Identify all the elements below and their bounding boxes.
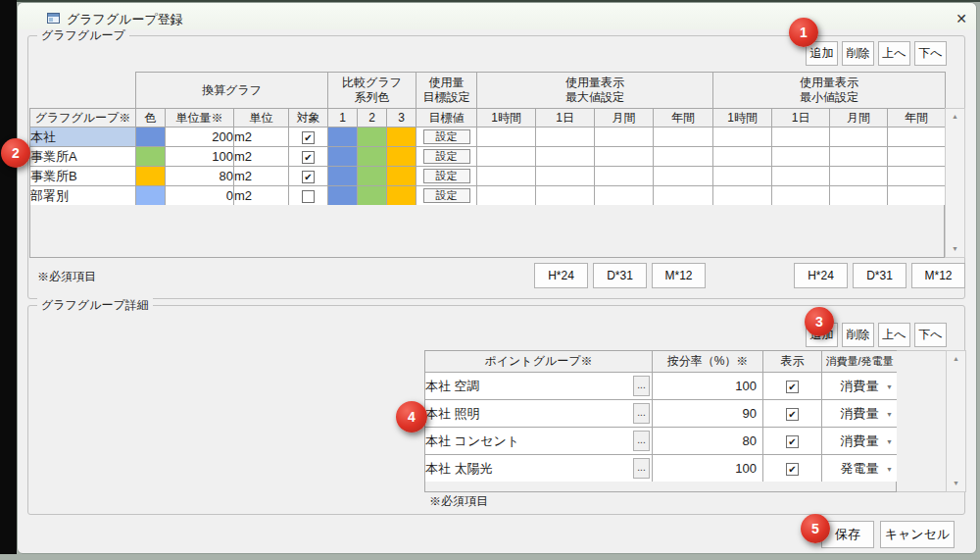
point-group-row[interactable]: 本社 空調...100✔消費量▼: [425, 373, 898, 400]
min-day-cell[interactable]: [772, 167, 830, 186]
series-color-3-cell[interactable]: [387, 147, 416, 167]
max-hour-cell[interactable]: [477, 167, 536, 186]
unit-cell[interactable]: m2: [234, 167, 289, 186]
target-checkbox[interactable]: ✔: [302, 131, 315, 144]
series-color-2-cell[interactable]: [358, 186, 387, 206]
max-year-cell[interactable]: [654, 186, 713, 206]
point-group-cell[interactable]: 本社 空調...: [425, 373, 653, 400]
min-year-cell[interactable]: [888, 127, 946, 147]
min-day-cell[interactable]: [772, 186, 830, 206]
min-d31-button[interactable]: D*31: [853, 263, 906, 288]
graph-group-name-cell[interactable]: 本社: [30, 127, 136, 147]
graph-color-cell[interactable]: [136, 127, 166, 147]
ratio-cell[interactable]: 80: [653, 428, 763, 455]
min-day-cell[interactable]: [772, 127, 830, 147]
graph-group-name-cell[interactable]: 部署別: [30, 186, 136, 206]
unit-amount-cell[interactable]: 80: [166, 167, 234, 186]
min-hour-cell[interactable]: [713, 147, 772, 167]
point-group-cell[interactable]: 本社 コンセント...: [425, 428, 653, 455]
unit-amount-cell[interactable]: 0: [166, 186, 234, 206]
unit-cell[interactable]: m2: [234, 147, 289, 167]
scroll-down-icon[interactable]: ▼: [946, 244, 964, 254]
series-color-1-cell[interactable]: [328, 127, 358, 147]
unit-cell[interactable]: m2: [234, 186, 289, 206]
min-hour-cell[interactable]: [713, 167, 772, 186]
min-month-cell[interactable]: [830, 186, 888, 206]
scroll-up-icon[interactable]: ▲: [946, 112, 964, 122]
target-checkbox-cell[interactable]: ✔: [289, 127, 328, 147]
max-hour-cell[interactable]: [477, 147, 536, 167]
display-checkbox-cell[interactable]: ✔: [763, 428, 822, 455]
point-group-cell[interactable]: 本社 照明...: [425, 400, 653, 428]
scroll-up-icon[interactable]: ▲: [947, 354, 965, 364]
graph-group-row[interactable]: 本社200m2✔設定: [30, 127, 946, 147]
max-d31-button[interactable]: D*31: [593, 263, 647, 288]
point-group-row[interactable]: 本社 コンセント...80✔消費量▼: [425, 428, 898, 455]
target-checkbox-cell[interactable]: [289, 186, 328, 206]
point-group-cell[interactable]: 本社 太陽光...: [425, 455, 653, 483]
group1-move-up-button[interactable]: 上へ: [878, 41, 910, 66]
display-checkbox-cell[interactable]: ✔: [763, 373, 822, 400]
graph-group-row[interactable]: 部署別0m2設定: [30, 186, 946, 206]
scroll-down-icon[interactable]: ▼: [947, 479, 965, 488]
energy-type-select[interactable]: 消費量▼: [822, 373, 898, 400]
min-month-cell[interactable]: [830, 167, 888, 186]
series-color-3-cell[interactable]: [387, 127, 416, 147]
graph-group-row[interactable]: 事業所B80m2✔設定: [30, 167, 946, 186]
series-color-1-cell[interactable]: [328, 186, 358, 206]
max-h24-button[interactable]: H*24: [534, 263, 588, 288]
max-m12-button[interactable]: M*12: [652, 263, 706, 288]
min-year-cell[interactable]: [888, 167, 946, 186]
series-color-2-cell[interactable]: [358, 167, 387, 186]
title-bar[interactable]: グラフグループ登録 ✕: [18, 3, 976, 29]
group1-move-down-button[interactable]: 下へ: [914, 41, 947, 66]
max-year-cell[interactable]: [654, 167, 713, 186]
set-target-button[interactable]: 設定: [423, 129, 470, 144]
group2-delete-button[interactable]: 削除: [842, 323, 874, 347]
graph-group-name-cell[interactable]: 事業所B: [30, 167, 136, 186]
display-checkbox[interactable]: ✔: [786, 381, 799, 393]
graph-group-name-cell[interactable]: 事業所A: [30, 147, 136, 167]
max-year-cell[interactable]: [654, 147, 713, 167]
browse-button[interactable]: ...: [633, 458, 650, 479]
display-checkbox-cell[interactable]: ✔: [763, 455, 822, 483]
max-day-cell[interactable]: [536, 147, 595, 167]
min-day-cell[interactable]: [772, 147, 830, 167]
unit-amount-cell[interactable]: 100: [166, 147, 234, 167]
display-checkbox[interactable]: ✔: [786, 463, 799, 476]
max-day-cell[interactable]: [536, 127, 595, 147]
set-target-button[interactable]: 設定: [423, 188, 470, 203]
max-hour-cell[interactable]: [477, 186, 536, 206]
target-checkbox[interactable]: ✔: [302, 151, 315, 164]
min-month-cell[interactable]: [830, 127, 888, 147]
target-checkbox-cell[interactable]: ✔: [289, 167, 328, 186]
min-h24-button[interactable]: H*24: [794, 263, 848, 288]
target-checkbox[interactable]: ✔: [302, 171, 315, 183]
series-color-3-cell[interactable]: [387, 186, 416, 206]
graph-group-table-scrollbar[interactable]: ▲ ▼: [945, 108, 965, 258]
min-year-cell[interactable]: [888, 147, 946, 167]
max-day-cell[interactable]: [536, 186, 595, 206]
max-year-cell[interactable]: [654, 127, 713, 147]
graph-color-cell[interactable]: [136, 186, 166, 206]
energy-type-select[interactable]: 発電量▼: [822, 455, 898, 483]
set-target-button[interactable]: 設定: [423, 169, 470, 183]
ratio-cell[interactable]: 90: [653, 400, 763, 428]
ratio-cell[interactable]: 100: [653, 455, 763, 483]
max-month-cell[interactable]: [595, 167, 654, 186]
max-hour-cell[interactable]: [477, 127, 536, 147]
energy-type-select[interactable]: 消費量▼: [822, 428, 898, 455]
point-group-table-scrollbar[interactable]: ▲ ▼: [946, 350, 966, 492]
max-day-cell[interactable]: [536, 167, 595, 186]
min-month-cell[interactable]: [830, 147, 888, 167]
graph-group-row[interactable]: 事業所A100m2✔設定: [30, 147, 946, 167]
display-checkbox[interactable]: ✔: [786, 435, 799, 448]
display-checkbox[interactable]: ✔: [786, 408, 799, 421]
min-hour-cell[interactable]: [713, 127, 772, 147]
series-color-1-cell[interactable]: [328, 167, 358, 186]
point-group-row[interactable]: 本社 太陽光...100✔発電量▼: [425, 455, 898, 483]
browse-button[interactable]: ...: [633, 431, 650, 451]
cancel-button[interactable]: キャンセル: [880, 521, 955, 548]
graph-color-cell[interactable]: [136, 147, 166, 167]
min-hour-cell[interactable]: [713, 186, 772, 206]
